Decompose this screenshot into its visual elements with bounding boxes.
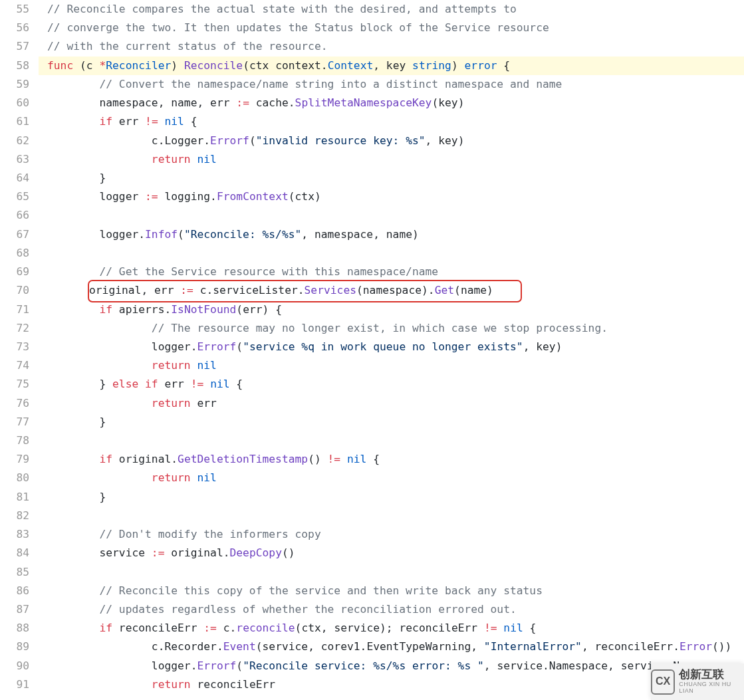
line-number: 56 — [0, 19, 29, 37]
code-line[interactable]: if original.GetDeletionTimestamp() != ni… — [39, 450, 744, 469]
code-line[interactable] — [39, 507, 744, 525]
watermark-subtitle: CHUANG XIN HU LIAN — [679, 681, 744, 694]
line-number: 91 — [0, 675, 29, 694]
code-line[interactable]: // Reconcile compares the actual state w… — [39, 0, 744, 19]
line-number: 61 — [0, 112, 29, 131]
code-line[interactable]: // converge the two. It then updates the… — [39, 19, 744, 37]
code-viewer: 5556575859606162636465666768697071727374… — [0, 0, 744, 694]
line-number: 85 — [0, 563, 29, 582]
line-number: 76 — [0, 394, 29, 413]
line-number: 55 — [0, 0, 29, 19]
line-number: 78 — [0, 431, 29, 450]
code-line[interactable]: namespace, name, err := cache.SplitMetaN… — [39, 94, 744, 112]
line-number: 90 — [0, 657, 29, 675]
code-line[interactable]: c.Recorder.Event(service, corev1.EventTy… — [39, 638, 744, 656]
line-number-gutter: 5556575859606162636465666768697071727374… — [0, 0, 39, 694]
code-line[interactable]: // Reconcile this copy of the service an… — [39, 582, 744, 600]
code-line[interactable]: return nil — [39, 469, 744, 487]
code-line[interactable]: // with the current status of the resour… — [39, 37, 744, 56]
line-number: 71 — [0, 300, 29, 319]
line-number: 79 — [0, 450, 29, 469]
line-number: 68 — [0, 244, 29, 263]
code-line[interactable]: // Get the Service resource with this na… — [39, 263, 744, 281]
line-number: 63 — [0, 150, 29, 169]
code-line[interactable]: c.Logger.Errorf("invalid resource key: %… — [39, 132, 744, 150]
line-number: 58 — [0, 57, 29, 75]
code-line[interactable]: if err != nil { — [39, 112, 744, 131]
line-number: 83 — [0, 525, 29, 544]
code-line[interactable]: func (c *Reconciler) Reconcile(ctx conte… — [39, 57, 744, 75]
line-number: 75 — [0, 375, 29, 394]
line-number: 65 — [0, 187, 29, 206]
code-line[interactable]: // Convert the namespace/name string int… — [39, 75, 744, 94]
line-number: 70 — [0, 281, 29, 300]
code-line[interactable]: } — [39, 413, 744, 431]
code-line[interactable]: if reconcileErr := c.reconcile(ctx, serv… — [39, 619, 744, 638]
line-number: 66 — [0, 206, 29, 225]
line-number: 80 — [0, 469, 29, 487]
code-line[interactable]: return reconcileErr — [39, 675, 744, 694]
code-line[interactable]: // updates regardless of whether the rec… — [39, 600, 744, 619]
code-line[interactable]: logger.Errorf("Reconcile service: %s/%s … — [39, 657, 744, 675]
line-number: 89 — [0, 638, 29, 656]
code-line[interactable]: logger.Errorf("service %q in work queue … — [39, 338, 744, 356]
line-number: 82 — [0, 507, 29, 525]
line-number: 64 — [0, 169, 29, 187]
line-number: 72 — [0, 319, 29, 338]
code-line[interactable] — [39, 431, 744, 450]
code-content[interactable]: // Reconcile compares the actual state w… — [39, 0, 744, 694]
line-number: 87 — [0, 600, 29, 619]
code-line[interactable]: logger.Infof("Reconcile: %s/%s", namespa… — [39, 225, 744, 244]
line-number: 77 — [0, 413, 29, 431]
code-line[interactable]: } — [39, 488, 744, 507]
line-number: 67 — [0, 225, 29, 244]
watermark-logo-icon: CX — [651, 669, 675, 695]
code-line[interactable] — [39, 206, 744, 225]
code-line[interactable] — [39, 244, 744, 263]
code-line[interactable]: } — [39, 169, 744, 187]
code-line[interactable]: } else if err != nil { — [39, 375, 744, 394]
code-line[interactable]: // The resource may no longer exist, in … — [39, 319, 744, 338]
line-number: 59 — [0, 75, 29, 94]
code-line[interactable]: logger := logging.FromContext(ctx) — [39, 187, 744, 206]
code-line[interactable]: return nil — [39, 150, 744, 169]
code-line[interactable]: return err — [39, 394, 744, 413]
line-number: 62 — [0, 132, 29, 150]
code-line[interactable] — [39, 563, 744, 582]
line-number: 84 — [0, 544, 29, 562]
watermark-badge: CX 创新互联 CHUANG XIN HU LIAN — [651, 663, 744, 694]
line-number: 88 — [0, 619, 29, 638]
code-line[interactable]: if apierrs.IsNotFound(err) { — [39, 300, 744, 319]
line-number: 73 — [0, 338, 29, 356]
line-number: 81 — [0, 488, 29, 507]
watermark-title: 创新互联 — [679, 669, 744, 681]
code-line[interactable]: service := original.DeepCopy() — [39, 544, 744, 562]
line-number: 86 — [0, 582, 29, 600]
code-line[interactable]: // Don't modify the informers copy — [39, 525, 744, 544]
line-number: 69 — [0, 263, 29, 281]
code-line[interactable]: original, err := c.serviceLister.Service… — [39, 281, 744, 300]
line-number: 57 — [0, 37, 29, 56]
code-line[interactable]: return nil — [39, 356, 744, 375]
line-number: 60 — [0, 94, 29, 112]
line-number: 74 — [0, 356, 29, 375]
